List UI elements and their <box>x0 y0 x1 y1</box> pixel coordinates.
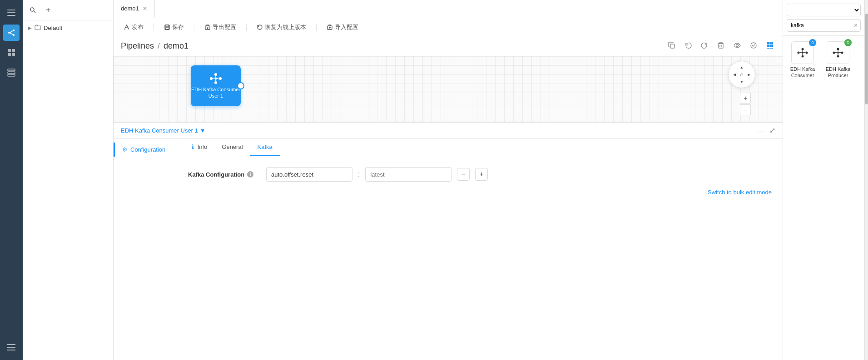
svg-rect-38 <box>769 45 772 47</box>
config-sidebar-configuration[interactable]: ⚙ Configuration <box>114 143 177 157</box>
zoom-in-button[interactable]: + <box>740 93 751 104</box>
remove-config-button[interactable]: − <box>457 168 470 181</box>
save-button[interactable]: 保存 <box>161 21 187 33</box>
breadcrumb-parent: Pipelines <box>121 41 154 51</box>
nav-tree-default[interactable]: ▶ Default <box>23 20 113 35</box>
svg-point-62 <box>833 52 835 54</box>
svg-rect-42 <box>772 48 773 49</box>
undo-button[interactable] <box>683 40 694 53</box>
tab-general[interactable]: General <box>214 139 250 156</box>
compass-home[interactable]: ⌂ <box>740 71 743 78</box>
svg-point-5 <box>13 34 15 36</box>
kafka-config-label: Kafka Configuration i <box>188 171 261 178</box>
restore-button[interactable]: 恢复为线上版本 <box>254 21 309 33</box>
compass-down[interactable]: ▼ <box>739 79 745 85</box>
copy-button[interactable] <box>666 40 677 53</box>
kafka-config-content: Kafka Configuration i : − + Switch to bu… <box>177 156 783 360</box>
svg-rect-28 <box>670 44 675 48</box>
svg-rect-41 <box>769 48 772 49</box>
minimize-button[interactable]: — <box>757 127 764 135</box>
sidebar-icon-connector[interactable] <box>3 44 20 61</box>
svg-line-7 <box>10 33 13 35</box>
right-search-input[interactable] <box>787 19 861 32</box>
compass-right[interactable]: ▶ <box>746 71 752 78</box>
component-title-dropdown[interactable]: ▼ <box>200 127 206 134</box>
grid-button[interactable] <box>764 40 775 53</box>
canvas-node-kafka[interactable]: EDH Kafka Consumer User 1 <box>191 65 241 106</box>
breadcrumb: Pipelines / demo1 <box>121 41 188 51</box>
zoom-out-button[interactable]: − <box>740 104 751 115</box>
tab-demo1[interactable]: demo1 ✕ <box>114 0 155 18</box>
svg-rect-34 <box>767 42 769 44</box>
svg-rect-37 <box>767 45 769 47</box>
kafka-config-info-icon[interactable]: i <box>247 171 253 178</box>
svg-point-47 <box>215 77 217 79</box>
svg-rect-22 <box>166 25 169 27</box>
svg-rect-35 <box>769 42 772 44</box>
canvas-node-label: EDH Kafka Consumer User 1 <box>191 86 241 99</box>
tab-close-button[interactable]: ✕ <box>143 5 147 12</box>
compass-up[interactable]: ▲ <box>739 64 745 70</box>
sidebar-icon-menu[interactable] <box>3 5 20 21</box>
import-button[interactable]: 导入配置 <box>324 21 361 33</box>
right-panel: ✕ 0 <box>783 0 864 360</box>
preview-button[interactable] <box>732 40 743 53</box>
svg-point-63 <box>841 52 843 54</box>
bulk-edit-row: Switch to bulk edit mode <box>188 187 772 196</box>
svg-rect-16 <box>7 347 15 348</box>
svg-line-19 <box>34 11 36 13</box>
right-search-clear-button[interactable]: ✕ <box>853 22 858 29</box>
tab-info[interactable]: ℹ Info <box>184 139 214 156</box>
nav-search-button[interactable] <box>26 4 39 16</box>
svg-point-45 <box>219 77 222 80</box>
validate-button[interactable] <box>748 40 759 53</box>
toolbar-separator-3 <box>246 24 247 31</box>
toolbar-separator-4 <box>316 24 317 31</box>
delete-button[interactable] <box>715 40 726 53</box>
svg-rect-29 <box>719 44 723 48</box>
publish-button[interactable]: 发布 <box>121 21 146 33</box>
nav-panel-header: + <box>23 0 113 20</box>
kafka-consumer-label: EDH Kafka Consumer <box>787 66 818 79</box>
toolbar: 发布 保存 导出配置 恢复为 <box>114 18 783 36</box>
right-panel-scrollbar[interactable] <box>864 0 868 360</box>
sidebar-icon-settings[interactable] <box>3 64 20 81</box>
bulk-edit-link[interactable]: Switch to bulk edit mode <box>708 189 772 196</box>
tab-kafka[interactable]: Kafka <box>250 139 280 156</box>
svg-point-55 <box>802 55 804 58</box>
svg-rect-14 <box>8 74 15 76</box>
component-card-kafka-consumer[interactable]: 0 EDH Kafka Consumer <box>787 41 818 79</box>
svg-line-49 <box>213 78 215 79</box>
compass-left[interactable]: ◀ <box>731 71 738 78</box>
export-button[interactable]: 导出配置 <box>202 21 239 33</box>
folder-icon <box>35 24 41 31</box>
svg-rect-11 <box>12 53 15 56</box>
nav-tree-arrow: ▶ <box>28 25 32 30</box>
add-config-button[interactable]: + <box>475 168 488 181</box>
info-tab-icon: ℹ <box>192 143 194 150</box>
kafka-value-input[interactable] <box>365 167 451 182</box>
maximize-button[interactable]: ⤢ <box>769 126 775 135</box>
svg-rect-12 <box>8 69 15 71</box>
svg-point-64 <box>837 55 839 58</box>
svg-rect-17 <box>7 350 15 350</box>
svg-point-52 <box>802 48 804 50</box>
kafka-key-input[interactable] <box>266 167 352 182</box>
svg-point-61 <box>837 48 839 50</box>
svg-rect-8 <box>8 49 11 52</box>
nav-compass: ▲ ◀ ⌂ ▶ ▼ <box>728 61 755 88</box>
tab-label: demo1 <box>121 5 139 12</box>
component-card-kafka-producer[interactable]: D EDH Kafka Producer <box>822 41 854 79</box>
component-title[interactable]: EDH Kafka Consumer User 1 ▼ <box>121 127 206 134</box>
toolbar-separator-2 <box>194 24 194 31</box>
sidebar-icon-pipeline[interactable] <box>3 25 20 41</box>
breadcrumb-separator: / <box>158 41 160 51</box>
sidebar-icon-list[interactable] <box>3 339 20 355</box>
redo-button[interactable] <box>699 40 710 53</box>
svg-point-4 <box>13 30 15 31</box>
pipeline-canvas[interactable]: EDH Kafka Consumer User 1 ▲ ◀ ⌂ ▶ ▼ <box>114 56 783 122</box>
nav-add-button[interactable]: + <box>42 4 55 16</box>
right-dropdown[interactable] <box>787 4 861 16</box>
config-body: ⚙ Configuration ℹ Info General <box>114 139 783 360</box>
toolbar-separator-1 <box>154 24 154 31</box>
